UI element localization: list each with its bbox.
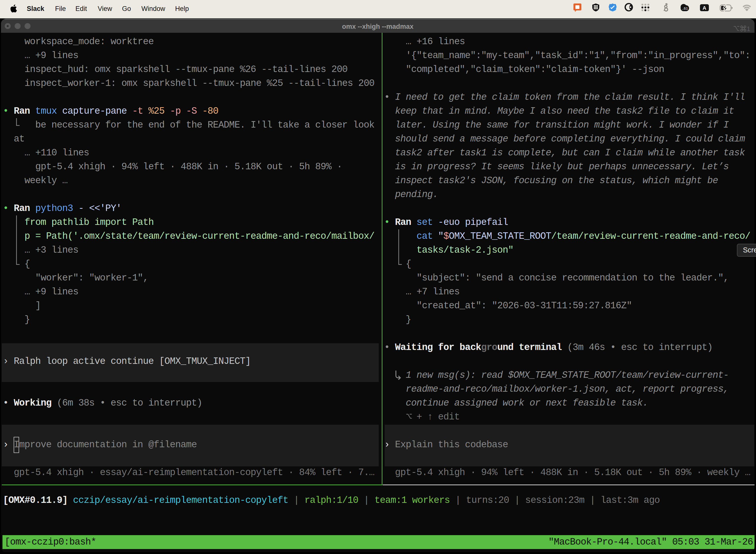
svg-text:A: A	[702, 5, 706, 11]
svg-text:..61: ..61	[682, 6, 688, 10]
svg-text:1: 1	[747, 25, 750, 32]
